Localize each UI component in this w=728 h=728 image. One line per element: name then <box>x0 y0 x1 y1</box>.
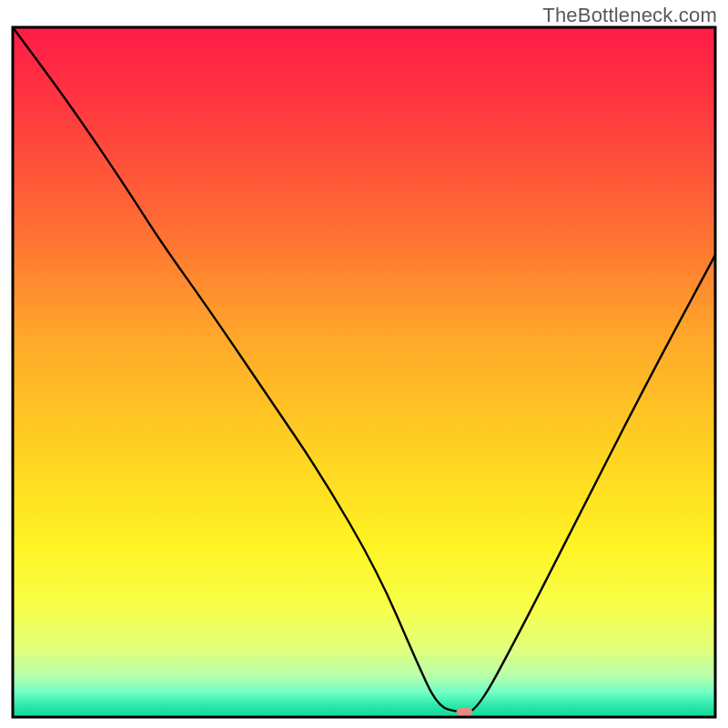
gradient-background <box>13 27 715 717</box>
bottleneck-chart <box>0 0 728 728</box>
watermark-label: TheBottleneck.com <box>542 4 717 27</box>
